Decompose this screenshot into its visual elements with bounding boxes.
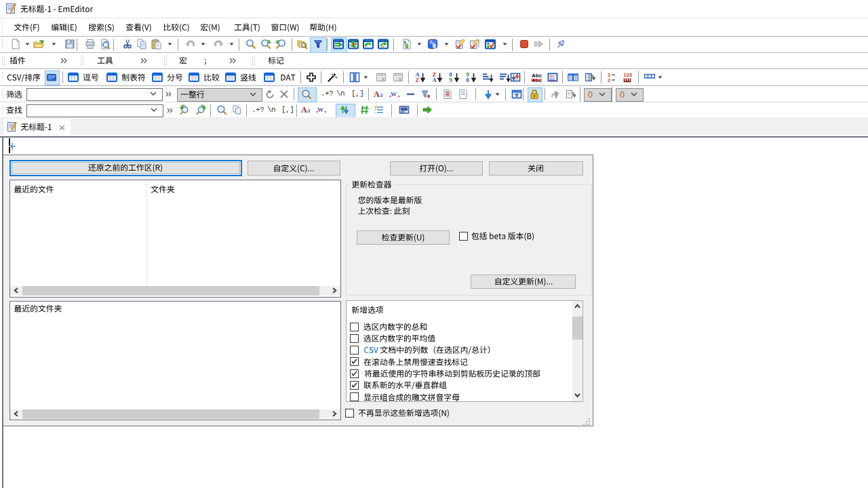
svg-text:2: 2 [608, 77, 610, 83]
svg-text:123: 123 [624, 72, 633, 78]
svg-text:A: A [374, 89, 380, 99]
svg-text:9: 9 [450, 77, 452, 83]
svg-text:abc: abc [550, 77, 556, 81]
svg-text:W: W [391, 91, 397, 98]
svg-text:0: 0 [467, 77, 469, 83]
svg-text:a: a [380, 91, 383, 98]
svg-text:W: W [317, 106, 323, 113]
svg-text:a: a [307, 106, 311, 114]
svg-text:Z: Z [416, 77, 420, 83]
svg-text:A: A [301, 105, 307, 115]
svg-text:A: A [433, 77, 437, 83]
